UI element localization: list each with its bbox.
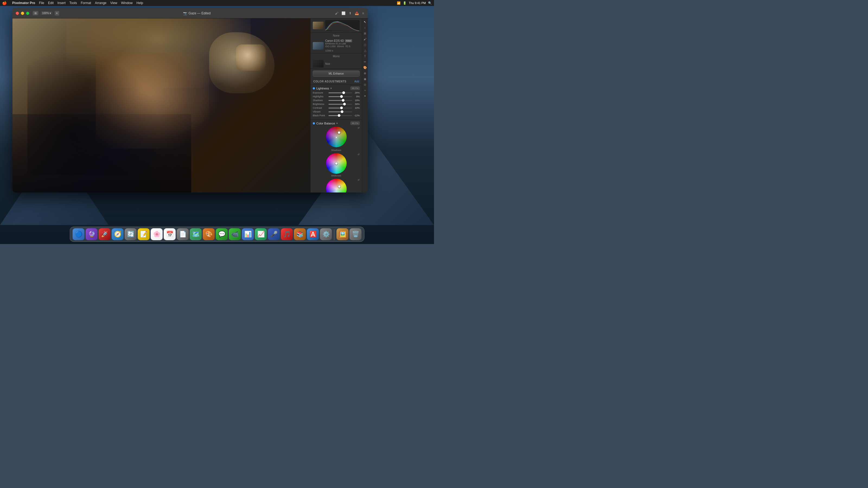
menubar-appname[interactable]: Pixelmator Pro [12,1,35,5]
blackpoint-slider-row: Black Point -12% [313,114,360,117]
highlights-wheel-area [313,178,360,193]
menubar-insert[interactable]: Insert [58,1,66,5]
midtones-wheel-handle[interactable] [335,162,338,165]
zoom-tool-icon[interactable]: ⊕ [363,71,368,76]
brush-tool-btn[interactable]: 🖌 [335,11,339,16]
brightness-track[interactable] [329,104,352,105]
adj-add-button[interactable]: Add [354,80,359,83]
dock-trash[interactable]: 🗑️ [350,228,362,240]
menubar-tools[interactable]: Tools [69,1,77,5]
exposure-track[interactable] [329,93,352,93]
dock-books[interactable]: 📚 [294,228,306,240]
lightness-chevron[interactable]: ▾ [330,87,332,90]
shape-tool-icon[interactable]: △ [363,48,368,53]
exposure-thumb[interactable] [342,91,345,94]
battery-icon: 🔋 [403,1,407,5]
colorbalance-chevron[interactable]: ▾ [336,122,338,125]
menubar-file[interactable]: File [39,1,44,5]
menubar-view[interactable]: View [110,1,117,5]
contrast-thumb[interactable] [340,106,343,109]
menubar-window[interactable]: Window [121,1,133,5]
pen-tool-icon[interactable]: ✏ [363,59,368,64]
dock-quicklook[interactable]: 📄 [177,228,189,240]
export-btn[interactable]: 📤 [354,11,360,16]
shadows-track[interactable] [329,100,352,101]
blur-tool-icon[interactable]: ≈ [363,88,368,93]
menubar-arrange[interactable]: Arrange [95,1,106,5]
apple-menu[interactable]: 🍎 [2,1,7,5]
dock-appstore[interactable]: 🅰️ [307,228,319,240]
vibrant-thumb[interactable] [341,110,343,113]
search-icon[interactable]: 🔍 [428,1,432,5]
maximize-button[interactable] [26,12,29,15]
colorbalance-dot [313,122,315,124]
brightness-thumb[interactable] [343,103,346,105]
shadows-wheel-handle[interactable] [338,131,340,134]
dock-pixelmator[interactable]: 🎨 [203,228,215,240]
dock-safari[interactable]: 🧭 [112,228,124,240]
histogram-row [311,19,362,33]
histogram-thumb [313,22,323,29]
eraser-tool-icon[interactable]: ◻ [363,42,368,47]
more-btn[interactable]: ≡ [362,11,365,16]
dock-migration[interactable]: 🔄 [125,228,137,240]
canvas-area[interactable] [12,19,310,193]
highlights-thumb[interactable] [340,95,343,98]
lightness-dot [313,87,315,90]
menubar-help[interactable]: Help [136,1,143,5]
dock-photolib[interactable]: 🖼️ [337,228,348,240]
crop-tool-btn[interactable]: ⬜ [341,11,346,16]
colorbalance-ml-badge[interactable]: ML Fix [350,122,360,125]
minimize-button[interactable] [21,12,24,15]
ml-enhance-button[interactable]: ML Enhance [313,70,360,77]
color-balance-header: Color Balance ▾ ML Fix [313,122,360,125]
star-tool-icon[interactable]: ✦ [363,94,368,98]
dock-siri[interactable]: 🔮 [86,228,98,240]
dock-photos[interactable]: 🌸 [151,228,163,240]
crop-tool-icon[interactable]: ⊞ [363,31,368,36]
dock-notes[interactable]: 📝 [138,228,150,240]
color-sample-icon[interactable]: 🎨 [363,65,368,70]
menubar-format[interactable]: Format [81,1,91,5]
shadows-thumb[interactable] [342,99,344,102]
cursor-tool-icon[interactable]: ↕ [363,25,368,30]
contrast-track[interactable] [329,108,352,108]
view-toggle-btn[interactable]: ⊞ [33,11,38,15]
shadows-wheel-label: Shadows [313,149,360,152]
camera-iso: ISO 1250 [325,45,336,48]
share-btn[interactable]: ⬆ [348,11,352,16]
right-side: None Canon EOS 6D RAW EF85mm f/1.8 13M I… [310,19,368,193]
vibrant-track[interactable] [329,111,352,112]
canvas-image [12,19,310,193]
exposure-slider-row: Exposure 28% [313,91,360,94]
dock-launchpad[interactable]: 🚀 [99,228,111,240]
select-tool-icon[interactable]: ↖ [363,20,368,24]
highlights-track[interactable] [329,96,352,97]
highlights-wheel-handle[interactable] [338,185,341,188]
dock-maps[interactable]: 🗺️ [190,228,202,240]
menubar-time: Thu 9:41 PM [409,1,426,5]
dock-calendar[interactable]: 📅 [164,228,176,240]
dock-facetime[interactable]: 📹 [229,228,241,240]
dock-settings[interactable]: ⚙️ [320,228,332,240]
add-canvas-btn[interactable]: + [55,11,59,16]
adjustments-panel: None Canon EOS 6D RAW EF85mm f/1.8 13M I… [310,19,362,193]
dock-music[interactable]: 🎵 [281,228,293,240]
shadows-fill [329,100,343,101]
adjust-tool-icon[interactable]: ◉ [363,76,368,82]
dock-numbers[interactable]: 📈 [255,228,267,240]
noir-label-text: Noir [325,62,360,65]
dock-finder[interactable]: 🔵 [73,228,85,240]
lightness-ml-badge[interactable]: ML Fix [350,87,360,90]
color-balance-section: Color Balance ▾ ML Fix ↺ [311,120,362,193]
close-button[interactable] [16,12,19,15]
clone-tool-icon[interactable]: ⊙ [363,82,368,87]
paint-tool-icon[interactable]: 🖌 [363,37,368,41]
dock-keynote[interactable]: 🎤 [268,228,280,240]
dock-messages[interactable]: 💬 [216,228,228,240]
dock-dashboard[interactable]: 📊 [242,228,254,240]
text-tool-icon[interactable]: T [363,54,368,59]
blackpoint-track[interactable] [329,115,352,116]
menubar-edit[interactable]: Edit [48,1,54,5]
blackpoint-thumb[interactable] [338,114,340,117]
